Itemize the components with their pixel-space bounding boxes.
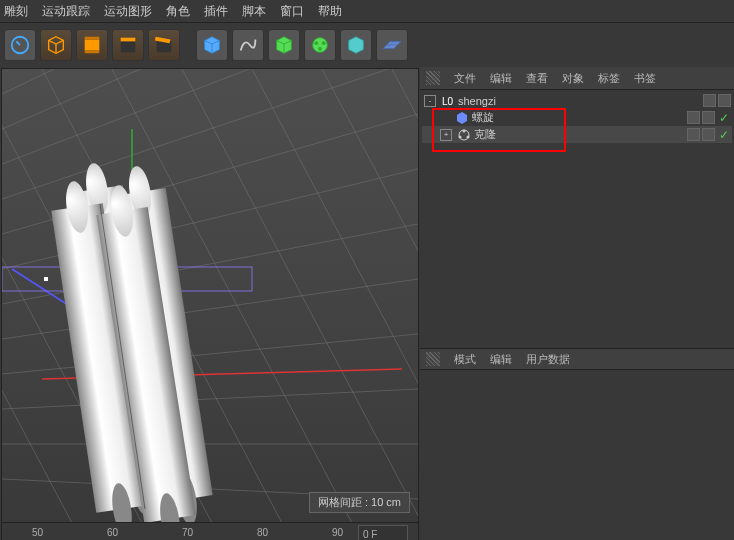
menu-window[interactable]: 窗口	[280, 3, 304, 20]
temp-readout: 0 F	[358, 525, 408, 540]
ruler-tick: 60	[107, 527, 118, 538]
cloner-icon	[457, 128, 471, 142]
object-label[interactable]: shengzi	[458, 95, 702, 107]
attribute-manager[interactable]	[420, 369, 734, 540]
ruler-tick: 80	[257, 527, 268, 538]
ruler-tick: 70	[182, 527, 193, 538]
layer-dot[interactable]	[687, 128, 700, 141]
menu-motiontrack[interactable]: 运动跟踪	[42, 3, 90, 20]
svg-rect-1	[85, 40, 100, 51]
attr-panel-tabs: 模式 编辑 用户数据	[420, 348, 734, 369]
menu-script[interactable]: 脚本	[242, 3, 266, 20]
main-menubar: 雕刻 运动跟踪 运动图形 角色 插件 脚本 窗口 帮助	[0, 0, 734, 23]
menu-help[interactable]: 帮助	[318, 3, 342, 20]
spline-btn[interactable]	[232, 29, 264, 61]
helix-icon	[455, 111, 469, 125]
clapper1-btn[interactable]	[112, 29, 144, 61]
svg-text:L0: L0	[442, 96, 454, 107]
panel-grip-icon[interactable]	[426, 71, 440, 85]
ruler-tick: 90	[332, 527, 343, 538]
tab-bookmarks[interactable]: 书签	[634, 71, 656, 86]
tab-userdata[interactable]: 用户数据	[526, 352, 570, 367]
right-panel: 文件 编辑 查看 对象 标签 书签 - L0 shengzi 螺旋 ✓	[420, 67, 734, 540]
tab-tags[interactable]: 标签	[598, 71, 620, 86]
object-row-cloner[interactable]: + 克隆 ✓	[422, 126, 732, 143]
object-manager[interactable]: - L0 shengzi 螺旋 ✓ + 克隆 ✓	[420, 90, 734, 348]
tab-edit2[interactable]: 编辑	[490, 352, 512, 367]
svg-rect-3	[85, 51, 100, 54]
tab-file[interactable]: 文件	[454, 71, 476, 86]
menu-character[interactable]: 角色	[166, 3, 190, 20]
3d-viewport[interactable]: 网格间距 : 10 cm 50 60 70 80 90 0 F	[1, 68, 419, 540]
svg-point-9	[318, 47, 322, 51]
menu-plugins[interactable]: 插件	[204, 3, 228, 20]
null-icon: L0	[441, 94, 455, 108]
layer-dot[interactable]	[703, 94, 716, 107]
layer-dot[interactable]	[718, 94, 731, 107]
svg-point-13	[459, 135, 462, 138]
object-row-shengzi[interactable]: - L0 shengzi	[422, 92, 732, 109]
cube-orange-btn[interactable]	[40, 29, 72, 61]
svg-point-12	[463, 129, 466, 132]
redo-btn[interactable]	[4, 29, 36, 61]
environment-btn[interactable]	[340, 29, 372, 61]
panel-grip-icon[interactable]	[426, 352, 440, 366]
timeline-ruler[interactable]: 50 60 70 80 90 0 F	[2, 522, 418, 540]
object-label[interactable]: 克隆	[474, 127, 686, 142]
svg-point-14	[467, 135, 470, 138]
main-toolbar	[0, 23, 734, 67]
generator-btn[interactable]	[268, 29, 300, 61]
tab-edit[interactable]: 编辑	[490, 71, 512, 86]
svg-rect-4	[121, 41, 136, 52]
grid-spacing-label: 网格间距 : 10 cm	[309, 492, 410, 513]
ruler-tick: 50	[32, 527, 43, 538]
layer-dot[interactable]	[687, 111, 700, 124]
deformer-btn[interactable]	[304, 29, 336, 61]
film-btn[interactable]	[76, 29, 108, 61]
layer-dot[interactable]	[702, 128, 715, 141]
expand-toggle[interactable]: +	[440, 129, 452, 141]
tab-object[interactable]: 对象	[562, 71, 584, 86]
object-panel-tabs: 文件 编辑 查看 对象 标签 书签	[420, 67, 734, 90]
object-label[interactable]: 螺旋	[472, 110, 686, 125]
svg-rect-2	[85, 37, 100, 40]
svg-point-7	[315, 41, 319, 45]
cube-blue-btn[interactable]	[196, 29, 228, 61]
expand-toggle[interactable]: -	[424, 95, 436, 107]
floor-btn[interactable]	[376, 29, 408, 61]
menu-sculpt[interactable]: 雕刻	[4, 3, 28, 20]
layer-dot[interactable]	[702, 111, 715, 124]
tab-mode[interactable]: 模式	[454, 352, 476, 367]
clapper2-btn[interactable]	[148, 29, 180, 61]
object-row-helix[interactable]: 螺旋 ✓	[422, 109, 732, 126]
enable-check-icon[interactable]: ✓	[719, 128, 729, 142]
menu-mograph[interactable]: 运动图形	[104, 3, 152, 20]
tab-view[interactable]: 查看	[526, 71, 548, 86]
enable-check-icon[interactable]: ✓	[719, 111, 729, 125]
svg-point-8	[322, 41, 326, 45]
